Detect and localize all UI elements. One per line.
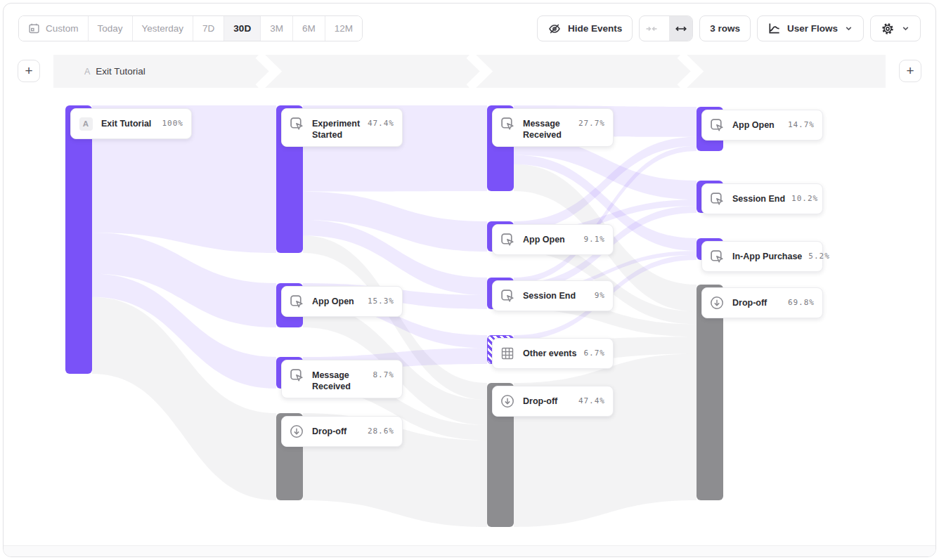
rows-label: 3 rows bbox=[710, 23, 740, 34]
date-range-selector: CustomTodayYesterday7D30D3M6M12M bbox=[18, 15, 363, 41]
hide-events-label: Hide Events bbox=[568, 23, 622, 34]
node-label: App Open bbox=[732, 116, 775, 131]
sankey-card-app3[interactable]: App Open9.1% bbox=[492, 224, 614, 255]
node-percentage: 47.4% bbox=[368, 115, 394, 128]
date-range-label: 30D bbox=[233, 23, 251, 34]
date-range-label: Today bbox=[98, 23, 123, 34]
rows-button[interactable]: 3 rows bbox=[699, 15, 751, 41]
gear-icon bbox=[881, 22, 895, 36]
step-label[interactable]: A Exit Tutorial bbox=[84, 55, 145, 88]
sankey-bar-exit[interactable] bbox=[65, 105, 92, 374]
node-label: In-App Purchase bbox=[732, 247, 802, 262]
node-percentage: 15.3% bbox=[368, 292, 394, 306]
date-range-12m[interactable]: 12M bbox=[325, 16, 362, 41]
toolbar-right: Hide Events 3 rows bbox=[537, 15, 921, 41]
event-icon bbox=[498, 287, 517, 305]
event-icon bbox=[708, 190, 726, 208]
toolbar: CustomTodayYesterday7D30D3M6M12M Hide Ev… bbox=[18, 15, 921, 41]
node-percentage: 9.1% bbox=[584, 230, 606, 244]
drop-off-icon bbox=[287, 422, 306, 441]
node-percentage: 27.7% bbox=[578, 115, 605, 128]
node-label: Drop-off bbox=[523, 392, 557, 407]
steps-header-strip: A Exit Tutorial bbox=[53, 55, 886, 88]
step-title: Exit Tutorial bbox=[96, 66, 145, 77]
sankey-card-app2[interactable]: App Open15.3% bbox=[281, 286, 403, 317]
arrows-collapse-icon[interactable] bbox=[640, 16, 663, 41]
add-step-right-button[interactable]: + bbox=[899, 60, 921, 82]
add-step-left-button[interactable]: + bbox=[18, 60, 40, 82]
date-range-label: Custom bbox=[46, 23, 79, 34]
sankey-card-exit[interactable]: AExit Tutorial100% bbox=[70, 108, 192, 139]
sankey-card-drop2[interactable]: Drop-off28.6% bbox=[281, 416, 403, 447]
event-icon bbox=[287, 115, 306, 133]
sankey-link-drop3-drop4[interactable] bbox=[514, 354, 697, 527]
event-icon bbox=[287, 292, 306, 311]
node-label: Session End bbox=[523, 287, 576, 301]
node-label: Other events bbox=[523, 344, 576, 359]
node-label: Experiment Started bbox=[312, 115, 361, 141]
sankey-card-iap4[interactable]: In-App Purchase5.2% bbox=[701, 241, 823, 272]
node-label: Exit Tutorial bbox=[101, 115, 151, 129]
date-range-label: Yesterday bbox=[142, 23, 184, 34]
hide-events-button[interactable]: Hide Events bbox=[537, 15, 633, 41]
chevron-down-icon bbox=[844, 24, 853, 33]
chevron-down-icon bbox=[901, 24, 910, 33]
event-icon bbox=[498, 230, 517, 249]
settings-dropdown[interactable] bbox=[870, 15, 921, 41]
date-range-7d[interactable]: 7D bbox=[193, 16, 224, 41]
sankey-card-se4[interactable]: Session End10.2% bbox=[701, 183, 823, 214]
event-icon bbox=[708, 116, 726, 134]
date-range-label: 7D bbox=[202, 23, 214, 34]
sankey-card-msg3[interactable]: Message Received27.7% bbox=[492, 108, 614, 147]
node-label: Drop-off bbox=[312, 422, 347, 437]
date-range-6m[interactable]: 6M bbox=[293, 16, 325, 41]
sankey-card-msg2[interactable]: Message Received8.7% bbox=[281, 360, 403, 398]
node-label: Session End bbox=[732, 190, 785, 204]
node-percentage: 47.4% bbox=[578, 392, 605, 405]
date-range-label: 12M bbox=[335, 23, 353, 34]
event-icon bbox=[498, 115, 517, 133]
sankey-card-exp[interactable]: Experiment Started47.4% bbox=[281, 108, 403, 147]
sankey-card-drop3[interactable]: Drop-off47.4% bbox=[492, 386, 614, 417]
step-badge: A bbox=[84, 67, 90, 77]
other-events-grid-icon bbox=[498, 344, 517, 363]
node-percentage: 5.2% bbox=[808, 247, 830, 261]
node-percentage: 9% bbox=[595, 287, 605, 300]
date-range-30d[interactable]: 30D bbox=[224, 16, 261, 41]
date-range-3m[interactable]: 3M bbox=[261, 16, 293, 41]
node-label: Drop-off bbox=[732, 294, 767, 308]
sankey-card-se3[interactable]: Session End9% bbox=[492, 280, 614, 311]
drop-off-icon bbox=[708, 294, 726, 312]
sankey-card-other3[interactable]: Other events6.7% bbox=[492, 338, 614, 369]
flow-chart-icon bbox=[768, 22, 781, 35]
node-percentage: 8.7% bbox=[373, 366, 395, 379]
node-percentage: 14.7% bbox=[788, 116, 815, 129]
node-percentage: 10.2% bbox=[791, 190, 818, 203]
view-selector-label: User Flows bbox=[787, 23, 838, 34]
view-selector-dropdown[interactable]: User Flows bbox=[757, 15, 864, 41]
eye-off-icon bbox=[548, 22, 562, 36]
node-label: Message Received bbox=[523, 115, 572, 141]
arrows-expand-icon[interactable] bbox=[669, 16, 692, 41]
node-percentage: 100% bbox=[162, 115, 184, 128]
date-range-today[interactable]: Today bbox=[89, 16, 133, 41]
event-icon bbox=[708, 247, 726, 266]
node-percentage: 6.7% bbox=[584, 344, 606, 358]
scrollbar-track[interactable] bbox=[4, 545, 935, 556]
sankey-card-drop4[interactable]: Drop-off69.8% bbox=[701, 287, 823, 318]
sankey-card-app4[interactable]: App Open14.7% bbox=[701, 110, 823, 141]
node-label: App Open bbox=[312, 292, 354, 307]
step-separator-chevrons bbox=[53, 55, 886, 88]
date-range-label: 3M bbox=[270, 23, 283, 34]
calendar-icon bbox=[28, 22, 40, 34]
date-range-yesterday[interactable]: Yesterday bbox=[133, 16, 194, 41]
node-percentage: 28.6% bbox=[368, 422, 394, 436]
node-label: Message Received bbox=[312, 366, 363, 392]
drop-off-icon bbox=[498, 392, 517, 410]
date-range-label: 6M bbox=[302, 23, 316, 34]
date-range-custom[interactable]: Custom bbox=[19, 16, 89, 41]
node-label: App Open bbox=[523, 230, 565, 245]
chart-width-controls bbox=[639, 15, 693, 41]
step-badge: A bbox=[77, 115, 95, 133]
event-icon bbox=[287, 366, 306, 384]
